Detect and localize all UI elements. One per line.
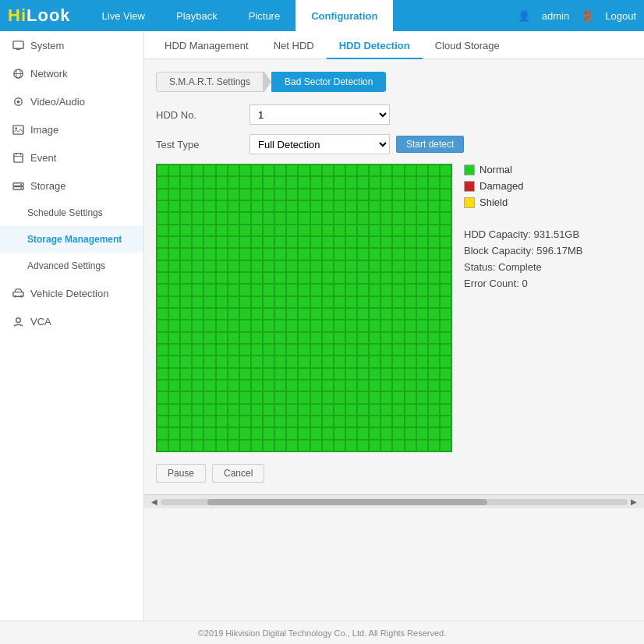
grid-cell [369, 200, 380, 212]
start-detect-button[interactable]: Start detect [396, 136, 464, 153]
grid-cell [192, 344, 203, 356]
grid-cell [251, 176, 263, 188]
grid-cell [392, 416, 404, 427]
sidebar-item-vehicle-detection[interactable]: Vehicle Detection [0, 279, 143, 307]
grid-cell [310, 332, 322, 344]
tab-hdd-detection[interactable]: HDD Detection [327, 34, 423, 59]
grid-cell [334, 189, 345, 200]
grid-cell [263, 236, 274, 248]
grid-cell [357, 404, 369, 416]
nav-configuration[interactable]: Configuration [295, 0, 393, 31]
scrollbar-track [161, 499, 628, 505]
sidebar-item-storage-management[interactable]: Storage Management [0, 226, 143, 253]
sidebar-item-advanced-settings[interactable]: Advanced Settings [0, 253, 143, 279]
grid-cell [310, 200, 322, 212]
sidebar-item-video-audio[interactable]: Video/Audio [0, 87, 143, 115]
grid-cell [310, 320, 322, 331]
cancel-button[interactable]: Cancel [212, 464, 264, 483]
grid-cell [228, 225, 239, 236]
grid-cell [405, 260, 416, 272]
grid-cell [310, 296, 322, 308]
grid-cell [440, 176, 451, 188]
grid-cell [345, 391, 357, 403]
sidebar-item-image[interactable]: Image [0, 115, 143, 143]
grid-cell [380, 248, 392, 260]
test-type-select[interactable]: Full Detection Key Area Detection [249, 134, 390, 154]
sub-tab-smart-settings[interactable]: S.M.A.R.T. Settings [156, 72, 264, 92]
grid-cell [228, 440, 239, 451]
nav-picture[interactable]: Picture [233, 0, 295, 31]
grid-cell [168, 380, 180, 391]
scrollbar-thumb[interactable] [207, 499, 487, 505]
grid-cell [168, 356, 180, 367]
grid-cell [180, 176, 192, 188]
grid-cell [251, 380, 263, 391]
sidebar-item-system[interactable]: System [0, 31, 143, 59]
grid-cell [228, 391, 239, 403]
grid-cell [310, 189, 322, 200]
scroll-left-arrow[interactable]: ◀ [148, 496, 161, 508]
grid-cell [334, 200, 345, 212]
grid-cell [263, 332, 274, 344]
grid-cell [345, 308, 357, 320]
grid-cell [440, 380, 451, 391]
grid-cell [392, 200, 404, 212]
pause-button[interactable]: Pause [156, 464, 206, 483]
grid-cell [334, 308, 345, 320]
sidebar-label-network: Network [30, 68, 68, 80]
grid-cell [203, 344, 215, 356]
sidebar-item-schedule-settings[interactable]: Schedule Settings [0, 200, 143, 226]
grid-cell [310, 380, 322, 391]
grid-cell [251, 236, 263, 248]
sidebar-item-event[interactable]: Event [0, 143, 143, 172]
grid-cell [405, 368, 416, 380]
scroll-right-arrow[interactable]: ▶ [628, 496, 640, 508]
grid-cell [239, 296, 251, 308]
grid-cell [180, 344, 192, 356]
grid-cell [334, 296, 345, 308]
grid-cell [428, 260, 440, 272]
hdd-no-select[interactable]: 1 [249, 104, 390, 125]
grid-cell [380, 272, 392, 284]
nav-playback[interactable]: Playback [161, 0, 233, 31]
grid-cell [286, 260, 298, 272]
username[interactable]: admin [542, 10, 569, 22]
grid-cell [239, 308, 251, 320]
grid-cell [192, 380, 203, 391]
content-area: S.M.A.R.T. Settings Bad Sector Detection… [144, 59, 644, 494]
nav-live-view[interactable]: Live View [87, 0, 161, 31]
grid-cell [416, 320, 428, 331]
sidebar-item-network[interactable]: Network [0, 59, 143, 87]
grid-cell [310, 356, 322, 367]
grid-cell [157, 427, 168, 439]
grid-cell [380, 320, 392, 331]
grid-cell [369, 440, 380, 451]
sidebar-label-vehicle-detection: Vehicle Detection [30, 288, 108, 299]
tab-net-hdd[interactable]: Net HDD [261, 34, 327, 59]
grid-cell [251, 200, 263, 212]
logout-button[interactable]: Logout [605, 10, 636, 22]
tab-hdd-management[interactable]: HDD Management [152, 34, 261, 59]
grid-cell [203, 165, 215, 176]
grid-cell [405, 200, 416, 212]
grid-cell [203, 391, 215, 403]
hdd-no-row: HDD No. 1 [156, 104, 632, 125]
grid-cell [369, 212, 380, 224]
grid-cell [168, 225, 180, 236]
grid-cell [440, 404, 451, 416]
grid-cell [228, 165, 239, 176]
sub-tab-bad-sector-detection[interactable]: Bad Sector Detection [271, 72, 386, 92]
legend-normal-color [464, 165, 475, 175]
sidebar-item-vca[interactable]: VCA [0, 307, 143, 335]
grid-cell [192, 332, 203, 344]
grid-cell [405, 380, 416, 391]
sidebar-item-storage[interactable]: Storage [0, 172, 143, 200]
grid-cell [416, 165, 428, 176]
tab-cloud-storage[interactable]: Cloud Storage [423, 34, 512, 59]
legend-damaged: Damaged [464, 180, 582, 192]
grid-cell [334, 416, 345, 427]
grid-cell [192, 296, 203, 308]
grid-cell [440, 344, 451, 356]
grid-cell [274, 416, 286, 427]
grid-cell [345, 427, 357, 439]
